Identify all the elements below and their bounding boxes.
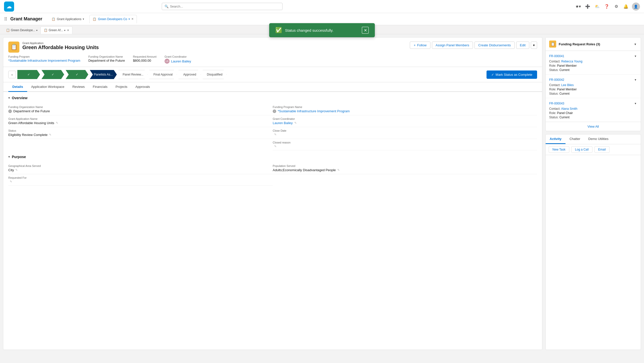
stage-disqualified[interactable]: Disqualified <box>203 70 227 79</box>
new-task-button[interactable]: New Task <box>549 146 569 153</box>
view-all-roles[interactable]: View All <box>546 122 641 131</box>
follow-button[interactable]: + Follow <box>410 42 430 49</box>
help-icon[interactable]: ❓ <box>603 3 610 10</box>
salesforce-logo[interactable]: ☁ <box>4 2 14 12</box>
role-id-fr-000043[interactable]: FR-000043 ▾ <box>549 101 637 106</box>
setup-icon[interactable]: ⚙ <box>613 3 620 10</box>
stage-prev-button[interactable]: ‹ <box>8 71 16 78</box>
sub-tab-dropdown-icon[interactable]: ▾ <box>64 29 65 32</box>
email-button[interactable]: Email <box>594 146 610 153</box>
role-contact-value-fr-000042[interactable]: Lee Biles <box>561 83 574 87</box>
funding-roles-title: Funding Request Roles (3) <box>559 42 631 46</box>
edit-status-icon[interactable]: ✎ <box>49 133 51 136</box>
field-closed-reason-value: ✎ <box>273 145 537 148</box>
search-input[interactable] <box>170 5 280 8</box>
create-disbursements-button[interactable]: Create Disbursements <box>474 42 514 49</box>
stage-3[interactable]: ✓ <box>66 70 88 79</box>
purpose-toggle-icon[interactable]: ▾ <box>8 155 10 159</box>
assign-panel-button[interactable]: Assign Panel Members <box>432 42 473 49</box>
actions-dropdown-button[interactable]: ▾ <box>531 42 537 49</box>
search-bar: 🔍 <box>162 3 283 10</box>
purpose-section-header[interactable]: ▾ Purpose <box>8 155 537 159</box>
funding-org-value: Department of the Future <box>88 59 125 62</box>
funding-org-field: Funding Organization Name Department of … <box>88 55 125 64</box>
role-item-fr-000043: FR-000043 ▾ Contact: Alana Smith Role: P… <box>546 98 641 122</box>
tab-financials[interactable]: Financials <box>89 82 112 92</box>
activity-tab-chatter[interactable]: Chatter <box>566 134 584 144</box>
main-content: 📋 Grant Application Green Affordable Hou… <box>0 34 644 353</box>
sub-tab-dropdown-icon[interactable]: ▾ <box>36 29 37 32</box>
grant-coordinator-value[interactable]: Lauren Bailey <box>171 59 191 63</box>
avatar[interactable]: 👤 <box>632 3 640 11</box>
overview-toggle-icon[interactable]: ▾ <box>8 96 10 100</box>
left-panel: 📋 Grant Application Green Affordable Hou… <box>3 37 542 350</box>
mark-complete-button[interactable]: ✓ Mark Status as Complete <box>487 70 537 79</box>
success-banner-close[interactable]: ✕ <box>362 27 369 34</box>
role-contact-fr-000041: Contact: Rebecca Young <box>549 60 637 63</box>
field-population-served-value: Adults;Economically Disadvantaged People… <box>273 168 537 172</box>
role-id-fr-000042[interactable]: FR-000042 ▾ <box>549 77 637 83</box>
stage-panel-review[interactable]: Panel Review... <box>118 70 148 79</box>
funding-roles-dropdown-icon[interactable]: ▾ <box>633 41 637 47</box>
role-status-fr-000042: Status: Current <box>549 92 637 95</box>
edit-grant-app-name-icon[interactable]: ✎ <box>56 121 58 125</box>
role-item-fr-000042: FR-000042 ▾ Contact: Lee Biles Role: Pan… <box>546 75 641 98</box>
tab-approvals[interactable]: Approvals <box>131 82 154 92</box>
tab-reviews[interactable]: Reviews <box>68 82 89 92</box>
overview-fields-grid: Funding Organization Name i Department o… <box>8 103 537 150</box>
stage-final-approval[interactable]: Final Approval <box>149 70 177 79</box>
tab-details[interactable]: Details <box>8 82 27 92</box>
role-id-fr-000041[interactable]: FR-000041 ▾ <box>549 53 637 59</box>
stage-approved[interactable]: Approved <box>178 70 201 79</box>
edit-closed-reason-icon[interactable]: ✎ <box>274 145 276 148</box>
edit-button[interactable]: Edit <box>516 42 529 49</box>
favorites-icon[interactable]: ★▾ <box>575 3 582 10</box>
role-dropdown-fr-000043[interactable]: ▾ <box>634 101 637 106</box>
sub-tab-close-icon[interactable]: ✕ <box>67 29 69 32</box>
tab-application-workspace[interactable]: Application Workspace <box>27 82 68 92</box>
role-dropdown-fr-000042[interactable]: ▾ <box>634 77 637 83</box>
tab-grant-applications[interactable]: 📋 Grant Applications ▾ <box>48 15 87 23</box>
role-contact-value-fr-000043[interactable]: Alana Smith <box>561 107 577 111</box>
field-funding-org-label: Funding Organization Name <box>8 105 273 108</box>
salesforce-connect-icon[interactable]: ⛅ <box>594 3 601 10</box>
edit-coordinator-icon[interactable]: ✎ <box>294 121 297 125</box>
edit-requested-for-icon[interactable]: ✎ <box>10 180 12 183</box>
activity-tabs: Activity Chatter Demo Utilities <box>546 134 641 144</box>
funding-program-value[interactable]: *Sustainable Infrastructure Improvement … <box>8 59 80 62</box>
sub-tab-green-develope[interactable]: 📋 Green Develope... ▾ <box>3 26 41 34</box>
sub-tab-green-af[interactable]: 📋 Green Af... ▾ ✕ <box>41 26 72 34</box>
overview-section-header[interactable]: ▾ Overview <box>8 96 537 100</box>
stage-1[interactable]: ✓ <box>17 70 40 79</box>
tab-green-developers-co[interactable]: 📋 Green Developers Co ▾ ✕ <box>89 15 137 23</box>
record-type: Grant Application <box>22 42 407 45</box>
field-close-date-value: ✎ <box>273 133 537 136</box>
record-actions: + Follow Assign Panel Members Create Dis… <box>410 42 537 49</box>
record-title-area: Grant Application Green Affordable Housi… <box>22 42 407 50</box>
notifications-icon[interactable]: 🔔 <box>622 3 629 10</box>
edit-close-date-icon[interactable]: ✎ <box>274 133 276 136</box>
role-dropdown-fr-000041[interactable]: ▾ <box>634 53 637 59</box>
tab-projects[interactable]: Projects <box>111 82 131 92</box>
tab-close-icon[interactable]: ✕ <box>131 17 134 21</box>
field-grant-coordinator-label: Grant Coordinator <box>273 117 537 120</box>
role-contact-value-fr-000041[interactable]: Rebecca Young <box>561 60 582 63</box>
activity-tab-activity[interactable]: Activity <box>546 134 566 144</box>
info-icon: i <box>8 110 12 113</box>
funding-program-field: Funding Program *Sustainable Infrastruct… <box>8 55 80 64</box>
activity-tab-demo-utilities[interactable]: Demo Utilities <box>584 134 613 144</box>
edit-geo-area-icon[interactable]: ✎ <box>15 168 18 172</box>
grant-coordinator-label: Grant Coordinator <box>165 55 191 58</box>
tab-dropdown-icon[interactable]: ▾ <box>83 18 84 20</box>
edit-population-icon[interactable]: ✎ <box>337 168 340 172</box>
coordinator-avatar: LB <box>165 59 170 64</box>
stage-2[interactable]: ✓ <box>42 70 64 79</box>
app-grid-icon[interactable]: ⠿ <box>4 16 7 22</box>
field-status-value: Eligibility Review Complete ✎ <box>8 133 273 137</box>
field-status-label: Status <box>8 129 273 132</box>
stage-panelists[interactable]: Panelists As... <box>90 70 117 79</box>
tab-dropdown-icon[interactable]: ▾ <box>129 18 130 20</box>
add-icon[interactable]: ➕ <box>584 3 591 10</box>
details-area: ▾ Overview Funding Organization Name i D… <box>3 92 542 350</box>
log-call-button[interactable]: Log a Call <box>571 146 592 153</box>
